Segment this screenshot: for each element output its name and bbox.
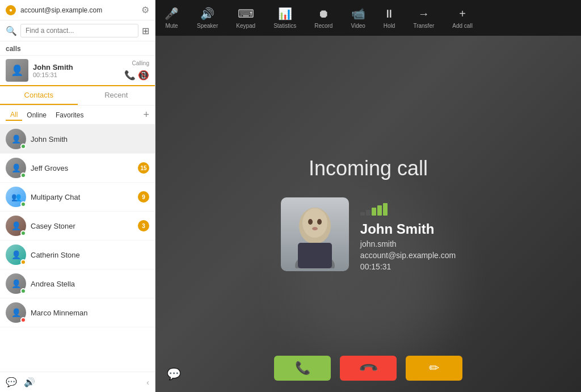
signal-bar-1 bbox=[360, 212, 365, 216]
contact-avatar-wrap: 👤 bbox=[6, 273, 26, 294]
contact-avatar-wrap: 👤 bbox=[6, 129, 26, 149]
mute-label: Mute bbox=[165, 23, 178, 29]
message-incoming-button[interactable]: ✏ bbox=[406, 356, 462, 381]
caller-photo bbox=[281, 197, 349, 271]
status-dot bbox=[20, 259, 26, 265]
contact-avatar-wrap: 👤 bbox=[6, 158, 26, 178]
caller-duration: 00:15:31 bbox=[360, 262, 456, 271]
left-panel: ● account@sip.example.com ⚙ 🔍 ⊞ calls 👤 … bbox=[0, 0, 155, 392]
speaker-icon: 🔊 bbox=[200, 7, 214, 20]
accept-icon: 📞 bbox=[295, 361, 310, 376]
keypad-label: Keypad bbox=[236, 23, 255, 29]
decline-icon: 📞 bbox=[357, 357, 378, 378]
message-icon: ✏ bbox=[429, 361, 439, 376]
contact-name: Andrea Stella bbox=[31, 280, 149, 288]
keypad-button[interactable]: ⌨ Keypad bbox=[227, 5, 264, 31]
list-item[interactable]: 👤 Andrea Stella bbox=[0, 269, 155, 298]
add-contact-button[interactable]: + bbox=[143, 109, 149, 121]
list-item[interactable]: 👤 Casey Stoner 3 bbox=[0, 212, 155, 241]
svg-point-3 bbox=[317, 219, 322, 225]
svg-point-1 bbox=[302, 208, 327, 238]
call-duration: 00:15:31 bbox=[33, 71, 120, 78]
contacts-list: 👤 John Smith 👤 Jeff Groves 15 👥 Multipar… bbox=[0, 125, 155, 372]
list-item[interactable]: 👤 Jeff Groves 15 bbox=[0, 154, 155, 183]
unread-badge: 3 bbox=[138, 220, 149, 231]
list-item[interactable]: 👤 John Smith bbox=[0, 125, 155, 154]
add-call-label: Add call bbox=[452, 23, 473, 29]
filter-all[interactable]: All bbox=[6, 109, 22, 121]
grid-icon[interactable]: ⊞ bbox=[142, 26, 149, 36]
status-dot bbox=[20, 201, 26, 207]
contact-avatar-wrap: 👤 bbox=[6, 216, 26, 236]
search-bar: 🔍 ⊞ bbox=[0, 20, 155, 41]
statistics-button[interactable]: 📊 Statistics bbox=[264, 5, 305, 31]
accept-call-button[interactable]: 📞 bbox=[124, 70, 136, 81]
hold-button[interactable]: ⏸ Hold bbox=[374, 5, 405, 31]
mute-icon: 🎤 bbox=[165, 7, 179, 20]
transfer-label: Transfer bbox=[413, 23, 434, 29]
right-panel: 🎤 Mute 🔊 Speaker ⌨ Keypad 📊 Statistics ⏺… bbox=[155, 0, 581, 392]
speaker-button[interactable]: 🔊 Speaker bbox=[188, 5, 227, 31]
call-name: John Smith bbox=[33, 63, 120, 71]
contact-avatar-wrap: 👤 bbox=[6, 302, 26, 323]
record-button[interactable]: ⏺ Record bbox=[305, 5, 342, 31]
filter-online[interactable]: Online bbox=[22, 110, 51, 120]
hold-label: Hold bbox=[384, 23, 395, 29]
search-input[interactable] bbox=[20, 24, 138, 37]
chat-button[interactable]: 💬 bbox=[167, 367, 181, 381]
decline-call-button[interactable]: 📵 bbox=[138, 70, 149, 81]
list-item[interactable]: 👤 Marco Minneman bbox=[0, 298, 155, 327]
tab-recent[interactable]: Recent bbox=[78, 86, 155, 105]
signal-bar-4 bbox=[377, 205, 382, 216]
keypad-icon: ⌨ bbox=[238, 7, 254, 20]
call-avatar-image: 👤 bbox=[6, 59, 28, 82]
call-buttons: 📞 📵 bbox=[124, 70, 149, 81]
call-status: Calling bbox=[132, 60, 149, 66]
caller-photo-image bbox=[281, 197, 349, 271]
unread-badge: 15 bbox=[138, 162, 149, 174]
active-call-item[interactable]: 👤 John Smith 00:15:31 Calling 📞 📵 bbox=[0, 56, 155, 86]
contact-name: Multiparty Chat bbox=[31, 193, 133, 201]
account-bar: ● account@sip.example.com ⚙ bbox=[0, 0, 155, 20]
filter-favorites[interactable]: Favorites bbox=[51, 110, 88, 120]
contact-avatar-wrap: 👥 bbox=[6, 187, 26, 207]
caller-sip: john.smith bbox=[360, 239, 456, 248]
signal-bar-3 bbox=[372, 208, 376, 216]
speaker-label: Speaker bbox=[197, 23, 218, 29]
transfer-button[interactable]: → Transfer bbox=[404, 5, 443, 31]
call-avatar: 👤 bbox=[6, 59, 28, 82]
calls-section-label: calls bbox=[0, 41, 155, 56]
search-icon: 🔍 bbox=[6, 26, 17, 36]
status-dot bbox=[20, 144, 26, 149]
call-screen: Incoming call bbox=[155, 36, 581, 392]
volume-icon[interactable]: 🔊 bbox=[24, 377, 35, 387]
toolbar: 🎤 Mute 🔊 Speaker ⌨ Keypad 📊 Statistics ⏺… bbox=[155, 0, 581, 36]
statistics-icon: 📊 bbox=[278, 7, 292, 20]
video-button[interactable]: 📹 Video bbox=[342, 5, 374, 31]
add-call-icon: + bbox=[459, 7, 466, 20]
contact-name: John Smith bbox=[31, 135, 149, 144]
video-label: Video bbox=[351, 23, 365, 29]
signal-bar-2 bbox=[366, 210, 371, 216]
gear-icon[interactable]: ⚙ bbox=[141, 5, 149, 15]
svg-rect-6 bbox=[298, 243, 332, 268]
accept-incoming-button[interactable]: 📞 bbox=[274, 356, 331, 381]
hold-icon: ⏸ bbox=[384, 7, 395, 20]
collapse-icon[interactable]: ‹ bbox=[146, 378, 149, 387]
svg-point-2 bbox=[308, 219, 313, 225]
mute-button[interactable]: 🎤 Mute bbox=[155, 5, 188, 31]
record-label: Record bbox=[314, 23, 332, 29]
list-item[interactable]: 👤 Catherin Stone bbox=[0, 241, 155, 269]
contact-name: Jeff Groves bbox=[31, 164, 133, 172]
signal-bars bbox=[360, 203, 456, 216]
statistics-label: Statistics bbox=[273, 23, 296, 29]
add-call-button[interactable]: + Add call bbox=[443, 5, 482, 31]
chat-icon[interactable]: 💬 bbox=[6, 377, 17, 387]
decline-incoming-button[interactable]: 📞 bbox=[340, 356, 397, 381]
list-item[interactable]: 👥 Multiparty Chat 9 bbox=[0, 183, 155, 212]
status-dot bbox=[20, 230, 26, 236]
filter-row: All Online Favorites + bbox=[0, 106, 155, 125]
action-buttons: 📞 📞 ✏ bbox=[274, 356, 462, 381]
transfer-icon: → bbox=[418, 7, 430, 20]
tab-contacts[interactable]: Contacts bbox=[0, 86, 78, 105]
